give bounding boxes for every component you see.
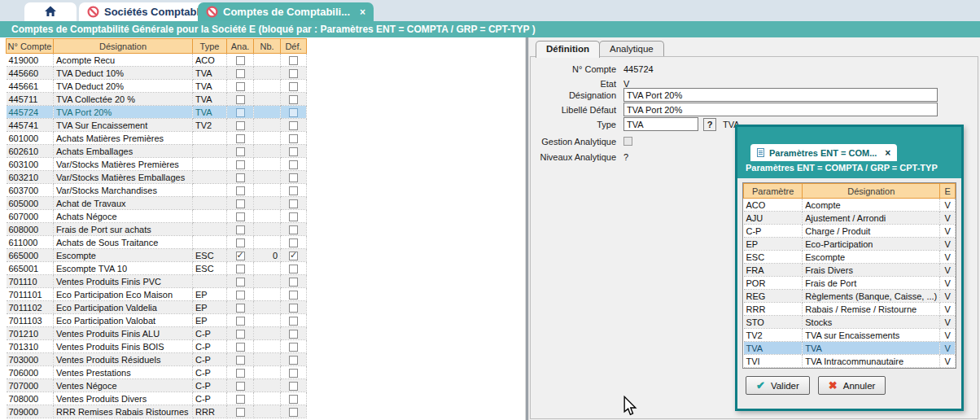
ana-checkbox[interactable] (236, 121, 245, 130)
table-row[interactable]: 665001Escompte TVA 10ESC (7, 262, 307, 275)
ana-checkbox[interactable] (236, 291, 245, 300)
ana-checkbox[interactable] (236, 252, 245, 260)
param-row[interactable]: PORFrais de PortV (744, 277, 956, 290)
param-row[interactable]: ACOAcompteV (744, 199, 956, 212)
ana-checkbox[interactable] (236, 238, 245, 247)
ana-checkbox[interactable] (236, 186, 245, 195)
def-checkbox[interactable] (289, 108, 298, 117)
table-row[interactable]: 665000EscompteESC0 (7, 249, 307, 262)
col-header-designation[interactable]: Désignation (803, 184, 940, 199)
def-checkbox[interactable] (289, 199, 298, 208)
ana-checkbox[interactable] (236, 173, 245, 182)
table-row[interactable]: 445724TVA Port 20%TVA (7, 106, 307, 119)
param-row[interactable]: ESCEscompteV (744, 251, 956, 264)
annuler-button[interactable]: ✖ Annuler (818, 376, 886, 395)
tab-analytique[interactable]: Analytique (599, 41, 664, 57)
table-row[interactable]: 603700Var/Stocks Marchandises (7, 184, 307, 197)
def-checkbox[interactable] (289, 95, 298, 104)
ana-checkbox[interactable] (236, 212, 245, 221)
table-row[interactable]: 7011103Eco Participation ValobatEP (7, 314, 307, 327)
ana-checkbox[interactable] (236, 369, 245, 378)
table-row[interactable]: 706000Ventes PrestationsC-P (7, 366, 307, 379)
ana-checkbox[interactable] (236, 382, 245, 391)
def-checkbox[interactable] (289, 238, 298, 247)
def-checkbox[interactable] (289, 369, 298, 378)
ana-checkbox[interactable] (236, 265, 245, 273)
def-checkbox[interactable] (289, 343, 298, 352)
ana-checkbox[interactable] (236, 278, 245, 287)
def-checkbox[interactable] (289, 395, 298, 404)
close-icon[interactable]: × (885, 147, 890, 159)
table-row[interactable]: 611000Achats de Sous Traitance (7, 236, 307, 249)
col-header-ana[interactable]: Ana. (227, 39, 254, 54)
ana-checkbox[interactable] (236, 225, 245, 234)
def-checkbox[interactable] (289, 304, 298, 313)
ana-checkbox[interactable] (236, 134, 245, 143)
def-checkbox[interactable] (289, 278, 298, 287)
table-row[interactable]: 602610Achats Emballages (7, 145, 307, 158)
table-row[interactable]: 603210Var/Stocks Matières Emballages (7, 171, 307, 184)
ana-checkbox[interactable] (236, 147, 245, 156)
def-checkbox[interactable] (289, 225, 298, 234)
col-header-type[interactable]: Type (193, 39, 227, 54)
param-row[interactable]: FRAFrais DiversV (744, 264, 956, 277)
param-row[interactable]: AJUAjustement / ArrondiV (744, 212, 956, 225)
ana-checkbox[interactable] (236, 108, 245, 117)
def-checkbox[interactable] (289, 330, 298, 339)
table-row[interactable]: 608000Frais de Port sur achats (7, 223, 307, 236)
def-checkbox[interactable] (289, 317, 298, 326)
col-header-def[interactable]: Déf. (281, 39, 307, 54)
param-row[interactable]: C-PCharge / ProduitV (744, 225, 956, 238)
table-row[interactable]: 605000Achat de Travaux (7, 197, 307, 210)
def-checkbox[interactable] (289, 252, 298, 260)
table-row[interactable]: 445660TVA Deduct 10%TVA (7, 67, 307, 80)
def-checkbox[interactable] (289, 147, 298, 156)
table-row[interactable]: 7011101Eco Participation Eco MaisonEP (7, 288, 307, 301)
table-row[interactable]: 601000Achats Matières Premières (7, 132, 307, 145)
def-checkbox[interactable] (289, 82, 298, 91)
libelle-defaut-input[interactable] (623, 103, 938, 116)
param-row[interactable]: TV2TVA sur EncaissementsV (744, 329, 956, 342)
type-input[interactable] (623, 117, 698, 131)
valider-button[interactable]: ✔ Valider (746, 376, 810, 395)
def-checkbox[interactable] (289, 408, 298, 417)
ana-checkbox[interactable] (236, 56, 245, 65)
def-checkbox[interactable] (289, 265, 298, 273)
ana-checkbox[interactable] (236, 69, 245, 78)
col-header-parametre[interactable]: Paramètre (744, 184, 803, 199)
table-row[interactable]: 701110Ventes Produits Finis PVC (7, 275, 307, 288)
table-row[interactable]: 445741TVA Sur EncaissementTV2 (7, 119, 307, 132)
ana-checkbox[interactable] (236, 160, 245, 169)
table-row[interactable]: 607000Achats Négoce (7, 210, 307, 223)
def-checkbox[interactable] (289, 121, 298, 130)
ana-checkbox[interactable] (236, 95, 245, 104)
param-row[interactable]: TVITVA IntracommunautaireV (744, 355, 956, 368)
tab-home[interactable] (24, 2, 77, 21)
table-row[interactable]: 709000RRR Remises Rabais RistournesRRR (7, 405, 307, 418)
def-checkbox[interactable] (289, 186, 298, 195)
ana-checkbox[interactable] (236, 395, 245, 404)
table-row[interactable]: 707000Ventes NégoceC-P (7, 379, 307, 392)
table-row[interactable]: 701210Ventes Produits Finis ALUC-P (7, 327, 307, 340)
ana-checkbox[interactable] (236, 330, 245, 339)
ana-checkbox[interactable] (236, 304, 245, 313)
def-checkbox[interactable] (289, 56, 298, 65)
def-checkbox[interactable] (289, 291, 298, 300)
param-row[interactable]: TVATVAV (744, 342, 956, 355)
def-checkbox[interactable] (289, 173, 298, 182)
table-row[interactable]: 445661TVA Deduct 20%TVA (7, 80, 307, 93)
def-checkbox[interactable] (289, 356, 298, 365)
designation-input[interactable] (623, 88, 938, 102)
table-row[interactable]: 445711TVA Collectée 20 %TVA (7, 93, 307, 106)
col-header-e[interactable]: E (940, 184, 956, 199)
col-header-designation[interactable]: Désignation (54, 39, 193, 54)
dialog-tab[interactable]: Paramètres ENT = COM... × (750, 144, 897, 161)
ana-checkbox[interactable] (236, 408, 245, 417)
def-checkbox[interactable] (289, 212, 298, 221)
ana-checkbox[interactable] (236, 82, 245, 91)
col-header-compte[interactable]: N° Compte (7, 39, 54, 54)
table-row[interactable]: 603100Var/Stocks Matières Premières (7, 158, 307, 171)
table-row[interactable]: 701310Ventes Produits Finis BOISC-P (7, 340, 307, 353)
gestion-analytique-checkbox[interactable] (623, 137, 632, 146)
param-row[interactable]: STOStocksV (744, 316, 956, 329)
